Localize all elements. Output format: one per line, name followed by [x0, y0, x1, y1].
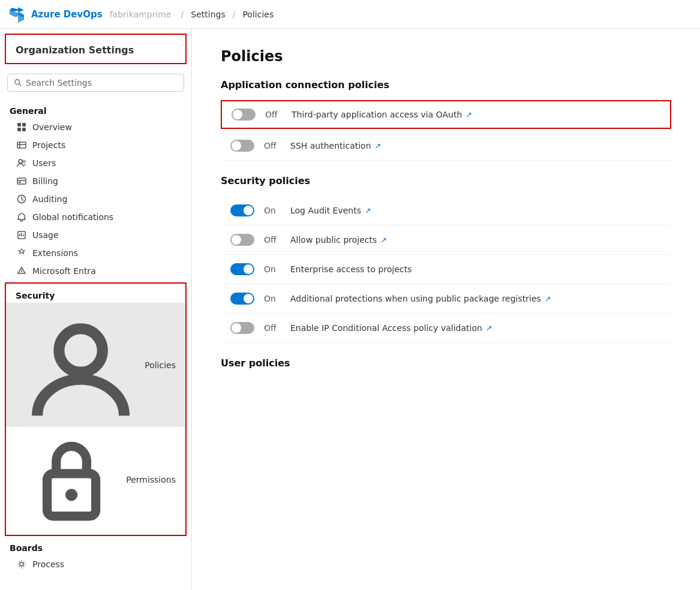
nav-slash-1: / [181, 10, 184, 19]
extensions-icon [17, 248, 26, 258]
toggle-enterprise-access[interactable] [230, 263, 254, 275]
svg-point-24 [59, 329, 102, 372]
security-policies-heading: Security policies [221, 175, 671, 186]
svg-point-22 [21, 271, 22, 272]
sidebar-label-policies: Policies [145, 360, 176, 370]
sidebar-label-process: Process [32, 559, 64, 569]
sidebar-label-usage: Usage [32, 230, 59, 240]
toggle-label-ssh: Off [264, 141, 281, 150]
general-section-heading: General [0, 101, 191, 118]
svg-rect-11 [17, 178, 26, 184]
policy-name-oauth: Third-party application access via OAuth… [292, 110, 472, 119]
sidebar-label-billing: Billing [32, 176, 58, 186]
sidebar-label-users: Users [32, 158, 56, 168]
policy-row-enterprise-access: On Enterprise access to projects [221, 255, 671, 284]
users-icon [17, 158, 26, 168]
sidebar-item-projects[interactable]: Projects [0, 136, 191, 154]
policy-name-enterprise-access: Enterprise access to projects [290, 264, 411, 274]
search-icon [14, 79, 22, 87]
toggle-label-public-projects: Off [264, 235, 281, 245]
sidebar-item-overview[interactable]: Overview [0, 118, 191, 136]
svg-line-16 [22, 199, 23, 201]
sidebar-label-global-notifications: Global notifications [32, 212, 113, 222]
sidebar-item-auditing[interactable]: Auditing [0, 190, 191, 208]
svg-rect-6 [17, 142, 26, 148]
svg-line-1 [19, 84, 22, 86]
usage-icon [17, 230, 26, 240]
policies-icon [23, 307, 139, 423]
toggle-additional-protections[interactable] [230, 293, 254, 305]
app-body: Organization Settings Search Settings Ge… [0, 29, 700, 590]
auditing-icon [17, 194, 26, 204]
sidebar-item-permissions[interactable]: Permissions [6, 427, 185, 532]
process-icon [17, 559, 26, 569]
toggle-label-additional-protections: On [264, 294, 281, 303]
oauth-link-icon[interactable]: ↗ [465, 110, 472, 119]
sidebar-item-usage[interactable]: Usage [0, 226, 191, 244]
sidebar-item-extensions[interactable]: Extensions [0, 244, 191, 262]
policy-row-ssh: Off SSH authentication ↗ [221, 131, 671, 161]
toggle-ssh[interactable] [230, 140, 254, 152]
nav-separator-1: fabrikamprime [110, 10, 172, 19]
svg-point-27 [20, 562, 23, 566]
ip-conditional-link-icon[interactable]: ↗ [486, 324, 492, 333]
org-settings-header: Organization Settings [5, 34, 187, 64]
additional-protections-link-icon[interactable]: ↗ [545, 294, 551, 303]
toggle-label-enterprise-access: On [264, 264, 281, 274]
nav-slash-2: / [233, 10, 236, 19]
svg-rect-5 [22, 128, 26, 131]
user-policies-heading: User policies [221, 357, 671, 369]
svg-point-26 [65, 489, 77, 501]
permissions-icon [23, 431, 120, 528]
grid-icon [17, 122, 26, 132]
policy-row-public-projects: Off Allow public projects ↗ [221, 225, 671, 255]
sidebar-item-users[interactable]: Users [0, 154, 191, 172]
sidebar-item-policies[interactable]: Policies [6, 303, 185, 427]
policy-name-public-projects: Allow public projects ↗ [290, 235, 387, 245]
ssh-link-icon[interactable]: ↗ [375, 142, 381, 150]
sidebar-label-extensions: Extensions [32, 248, 78, 258]
toggle-label-log-audit: On [264, 206, 281, 215]
brand-name[interactable]: Azure DevOps [31, 9, 103, 20]
policy-name-additional-protections: Additional protections when using public… [290, 294, 551, 303]
project-icon [17, 140, 26, 150]
svg-rect-2 [17, 123, 21, 127]
sidebar-item-billing[interactable]: Billing [0, 172, 191, 190]
public-projects-link-icon[interactable]: ↗ [380, 236, 387, 245]
policy-row-oauth: Off Third-party application access via O… [221, 100, 671, 129]
search-placeholder: Search Settings [26, 78, 92, 88]
nav-settings-link[interactable]: Settings [191, 10, 225, 19]
toggle-oauth[interactable] [232, 109, 256, 121]
nav-current-page: Policies [242, 10, 274, 19]
entra-icon [17, 266, 26, 276]
sidebar-item-microsoft-entra[interactable]: Microsoft Entra [0, 262, 191, 280]
billing-icon [17, 176, 26, 186]
main-content: Policies Application connection policies… [192, 29, 700, 590]
svg-point-0 [15, 80, 20, 85]
azure-devops-logo [10, 6, 26, 23]
search-settings[interactable]: Search Settings [7, 74, 184, 92]
sidebar-label-auditing: Auditing [32, 194, 67, 204]
toggle-label-oauth: Off [265, 110, 282, 119]
log-audit-link-icon[interactable]: ↗ [365, 206, 371, 215]
svg-rect-3 [22, 123, 26, 127]
app-connection-heading: Application connection policies [221, 79, 671, 91]
sidebar-label-microsoft-entra: Microsoft Entra [32, 266, 96, 276]
policy-name-ssh: SSH authentication ↗ [290, 141, 381, 150]
boards-section-heading: Boards [0, 538, 191, 555]
sidebar-label-permissions: Permissions [126, 475, 176, 484]
policy-name-ip-conditional: Enable IP Conditional Access policy vali… [290, 323, 492, 333]
page-title: Policies [221, 48, 671, 65]
policy-row-log-audit: On Log Audit Events ↗ [221, 196, 671, 225]
svg-rect-4 [17, 128, 21, 131]
toggle-public-projects[interactable] [230, 234, 254, 246]
bell-icon [17, 212, 26, 222]
sidebar-item-global-notifications[interactable]: Global notifications [0, 208, 191, 226]
toggle-log-audit[interactable] [230, 204, 254, 216]
sidebar-label-projects: Projects [32, 140, 65, 150]
policy-row-ip-conditional: Off Enable IP Conditional Access policy … [221, 314, 671, 343]
svg-point-10 [23, 160, 25, 162]
toggle-ip-conditional[interactable] [230, 322, 254, 334]
top-nav: Azure DevOps fabrikamprime / Settings / … [0, 0, 700, 29]
sidebar-item-process[interactable]: Process [0, 555, 191, 573]
